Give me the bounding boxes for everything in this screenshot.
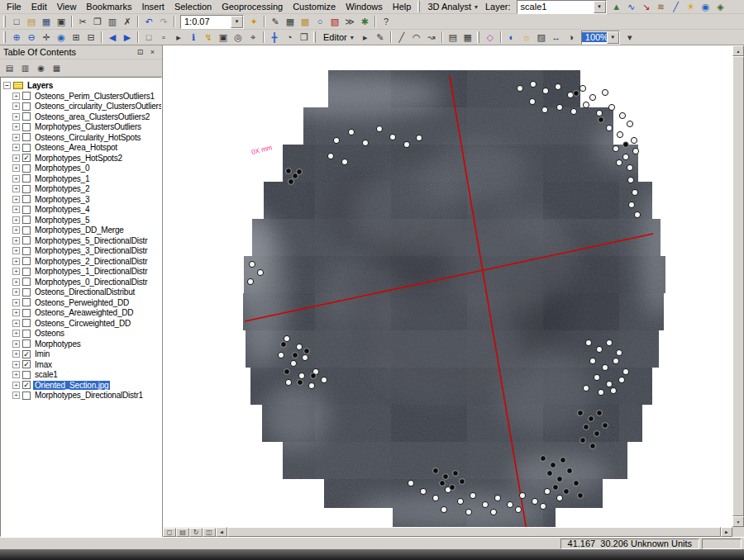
paste-icon[interactable]: ▥	[105, 15, 120, 29]
layer-item[interactable]: + Osteons_Perim_ClustersOutliers1	[1, 91, 161, 102]
transparency-icon[interactable]: ▨	[534, 31, 549, 45]
layer-visibility-checkbox[interactable]	[22, 392, 31, 400]
layer-visibility-checkbox[interactable]	[22, 298, 31, 306]
layer-visibility-checkbox[interactable]: ✓	[22, 350, 31, 358]
layer-visibility-checkbox[interactable]	[22, 319, 31, 327]
map-vertical-scrollbar[interactable]: ▲ ▼	[732, 45, 744, 527]
full-extent-icon[interactable]: ◉	[54, 31, 69, 45]
map-scale-combo[interactable]: 1:0.07 ▼	[180, 15, 244, 29]
layer-item[interactable]: + Osteons_Areaweighted_DD	[1, 308, 161, 319]
menu-view[interactable]: View	[52, 1, 82, 12]
list-by-visibility-icon[interactable]: ◉	[33, 60, 49, 75]
interpolate-line-icon[interactable]: ∿	[624, 0, 639, 14]
expand-icon[interactable]: +	[12, 134, 20, 141]
attributes-icon[interactable]: ▤	[446, 31, 460, 45]
expand-icon[interactable]: +	[12, 206, 20, 213]
layer-visibility-checkbox[interactable]	[22, 206, 31, 214]
expand-icon[interactable]: +	[12, 247, 20, 254]
oriented-section-image[interactable]: 0X mm	[163, 45, 732, 527]
expand-icon[interactable]: +	[12, 330, 20, 337]
layer-item[interactable]: + Morphotypes_5	[1, 215, 161, 225]
layer-visibility-checkbox[interactable]	[22, 330, 31, 338]
measure-icon[interactable]: ╋	[267, 31, 282, 45]
straight-segment-icon[interactable]: ╱	[394, 31, 409, 45]
layer-item[interactable]: + ✓ Imax	[1, 359, 161, 370]
layer-item[interactable]: + Osteons_Perweighted_DD	[1, 297, 161, 308]
layer-item[interactable]: + Osteons_area_ClustersOutliers2	[1, 112, 161, 122]
expand-icon[interactable]: +	[12, 268, 20, 275]
redo-icon[interactable]: ↷	[156, 15, 171, 29]
toc-close-icon[interactable]: ×	[146, 46, 159, 58]
expand-icon[interactable]: +	[12, 309, 20, 316]
add-data-icon[interactable]: ✦	[246, 15, 261, 29]
3d-layer-icon[interactable]: ◈	[713, 0, 728, 14]
arctoolbox-icon[interactable]: ▧	[327, 15, 342, 29]
toolbar-grip[interactable]	[313, 31, 316, 43]
scroll-down-button[interactable]: ▼	[732, 516, 744, 527]
scroll-left-button[interactable]: ◀	[216, 527, 227, 537]
layer-item[interactable]: + Morphotypes_DD_Merge	[1, 225, 161, 236]
delete-icon[interactable]: ✗	[120, 15, 135, 29]
identify-icon[interactable]: ℹ	[186, 31, 201, 45]
layer-item[interactable]: + Morphotypes_1_DirectionalDistr	[1, 267, 161, 278]
layer-visibility-checkbox[interactable]	[22, 133, 31, 141]
layer-visibility-checkbox[interactable]	[22, 195, 31, 203]
menu-selection[interactable]: Selection	[169, 1, 217, 12]
menu-edit[interactable]: Edit	[26, 1, 52, 12]
select-elements-icon[interactable]: ▸	[171, 31, 186, 45]
layout-view-button[interactable]: ▤	[176, 528, 189, 537]
layer-item[interactable]: + Morphotypes_ClustersOutliers	[1, 122, 161, 133]
menu-file[interactable]: File	[2, 1, 26, 12]
effects-dropdown-icon[interactable]: ▾	[622, 31, 637, 45]
map-canvas[interactable]: 0X mm	[163, 45, 732, 527]
layer-item[interactable]: + ✓ Oriented_Section.jpg	[1, 380, 161, 391]
layer-visibility-checkbox[interactable]	[22, 112, 31, 121]
layer-visibility-checkbox[interactable]	[22, 144, 31, 152]
fixed-zoom-out-icon[interactable]: ⊟	[83, 31, 98, 45]
sketch-tool-icon[interactable]: ✎	[373, 31, 388, 45]
menu-bookmarks[interactable]: Bookmarks	[81, 1, 136, 12]
layer-item[interactable]: + Morphotypes_5_DirectionalDistr	[1, 235, 161, 246]
data-view-button[interactable]: ◻	[163, 528, 176, 537]
expand-icon[interactable]: +	[12, 164, 20, 172]
zoom-in-icon[interactable]: ⊕	[9, 31, 24, 45]
layer-item[interactable]: + Morphotypes_2	[1, 184, 161, 195]
line-of-sight-icon[interactable]: ╱	[669, 0, 684, 14]
toc-title-bar[interactable]: Table Of Contents ⊡×	[0, 45, 162, 59]
menu-insert[interactable]: Insert	[136, 1, 169, 12]
layer-item[interactable]: + Morphotypes_2_DirectionalDistr	[1, 256, 161, 267]
layer-visibility-checkbox[interactable]	[22, 123, 31, 131]
expand-icon[interactable]: +	[12, 371, 20, 378]
layer-combo[interactable]: scale1 ▼	[517, 0, 607, 14]
cut-icon[interactable]: ✂	[75, 15, 90, 29]
chevron-down-icon[interactable]: ▼	[607, 31, 619, 44]
expand-icon[interactable]: +	[12, 237, 20, 244]
expand-icon[interactable]: +	[12, 288, 20, 296]
layer-item[interactable]: + Morphotypes_DirectionalDistr1	[1, 391, 161, 401]
zoom-out-icon[interactable]: ⊖	[24, 31, 39, 45]
layer-item[interactable]: + Osteons	[1, 329, 161, 339]
layer-item[interactable]: + Osteons_DirectionalDistribut	[1, 287, 161, 298]
sketch-properties-icon[interactable]: ▦	[460, 31, 475, 45]
menu-customize[interactable]: Customize	[288, 1, 341, 12]
model-builder-icon[interactable]: ✱	[357, 15, 372, 29]
layer-item[interactable]: + Morphotypes_3_DirectionalDistr	[1, 246, 161, 257]
select-features-icon[interactable]: □	[141, 31, 156, 45]
editor-dropdown[interactable]: Editor ▾	[319, 31, 358, 44]
layer-visibility-checkbox[interactable]	[22, 226, 31, 235]
copy-icon[interactable]: ❐	[90, 15, 105, 29]
menu-windows[interactable]: Windows	[341, 1, 388, 12]
expand-icon[interactable]: +	[12, 392, 20, 399]
expand-icon[interactable]: +	[12, 340, 20, 348]
back-extent-icon[interactable]: ◀	[105, 31, 120, 45]
layer-visibility-checkbox[interactable]: ✓	[22, 381, 31, 389]
menu-geoprocessing[interactable]: Geoprocessing	[217, 1, 288, 12]
editor-toolbar-icon[interactable]: ✎	[268, 15, 283, 29]
menu-help[interactable]: Help	[388, 1, 417, 12]
list-by-selection-icon[interactable]: ▦	[49, 60, 64, 75]
brightness-icon[interactable]: ☼	[519, 31, 534, 45]
map-horizontal-scrollbar[interactable]: ◻▤↻◫ ◀ ▶	[163, 527, 732, 537]
expand-icon[interactable]: +	[12, 185, 20, 192]
new-map-icon[interactable]: □	[9, 15, 24, 29]
snapping-icon[interactable]: ◇	[483, 31, 498, 45]
